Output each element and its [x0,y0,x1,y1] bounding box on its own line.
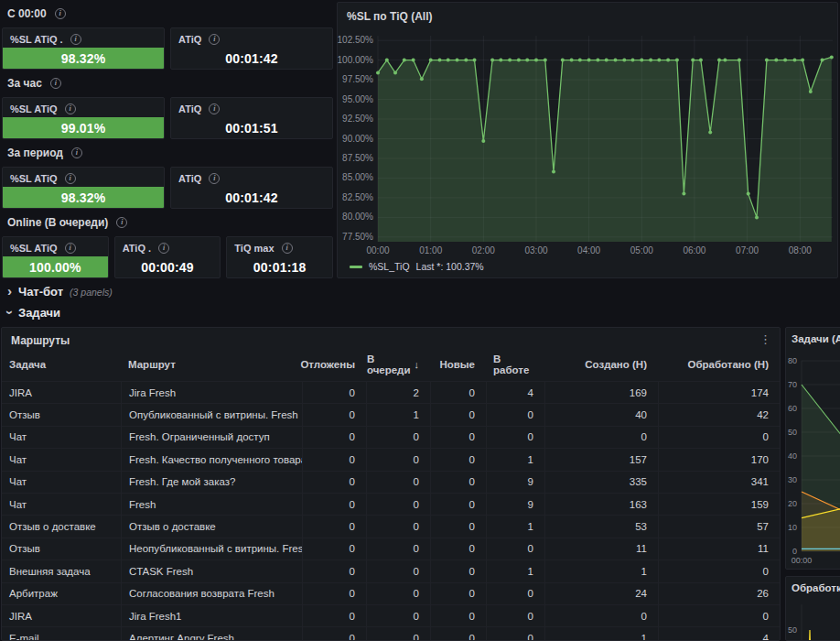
table-cell-value: 0 [486,582,544,604]
stat-panel-title: ATiQ . [123,243,151,254]
table-header-cell[interactable]: В очереди↓ [366,351,430,381]
table-cell-value: 0 [658,426,780,448]
table-header-cell[interactable]: Новые [430,351,486,381]
svg-text:87.50%: 87.50% [342,153,373,163]
table-cell-value: 9 [486,471,544,493]
table-cell-value: 0 [486,604,544,626]
svg-text:70: 70 [788,380,797,389]
info-icon[interactable]: i [70,34,81,45]
svg-text:01:00: 01:00 [419,245,442,255]
kebab-menu-icon[interactable]: ⋮ [759,332,771,346]
section-label-text: Online (В очереди) [7,216,108,229]
info-icon[interactable]: i [65,243,76,254]
table-cell-value: 0 [366,426,430,448]
table-cell-value: 163 [544,493,658,515]
table-header-cell[interactable]: Маршрут [121,351,302,381]
table-cell-value: 0 [302,426,366,448]
table-cell-text: E-mail [2,626,121,641]
table-cell-value: 0 [366,448,430,470]
svg-text:80.00%: 80.00% [342,212,373,222]
table-cell-value: 0 [544,604,658,626]
info-icon[interactable]: i [209,103,220,114]
table-cell-value: 0 [430,403,486,425]
table-cell-value: 0 [430,381,486,403]
table-cell-text: Согласования возврата Fresh [121,582,302,604]
table-cell-text: Чат [2,493,121,515]
table-cell-value: 174 [658,381,780,403]
table-cell-value: 0 [430,471,486,493]
stat-section: Online (В очереди)i%SL ATiQi100.00%ATiQ … [2,216,333,278]
table-cell-value: 0 [302,582,366,604]
stat-panel-title: %SL ATiQ [10,243,58,254]
stat-panel-header: %SL ATiQi [3,98,164,117]
svg-text:08:00: 08:00 [789,245,812,255]
info-icon[interactable]: i [71,147,82,158]
table-cell-value: 0 [366,560,430,581]
table-cell-value: 0 [366,493,430,515]
info-icon[interactable]: i [65,103,76,114]
info-icon[interactable]: i [209,34,220,45]
table-cell-value: 9 [486,493,544,515]
svg-text:04:00: 04:00 [577,245,600,255]
info-icon[interactable]: i [282,243,293,254]
info-icon[interactable]: i [209,173,220,184]
section-label: С 00:00i [7,7,333,20]
stat-panel-title: ATiQ [178,34,201,45]
table-header-cell[interactable]: Задача [2,351,121,381]
tasks-mini-chart-canvas[interactable]: 0102030405060708000:00 [786,328,840,569]
info-icon[interactable]: i [158,243,169,254]
table-header-cell[interactable]: Обработано (Н) [658,351,780,381]
stat-row: %SL ATiQi100.00%ATiQ .i00:00:49TiQ maxi0… [2,236,333,278]
row-tasks[interactable]: › Задачи [7,306,60,320]
table-header-cell[interactable]: Отложены [302,351,366,381]
info-icon[interactable]: i [116,217,127,228]
table-cell-text: Чат [2,426,121,448]
table-cell-value: 0 [366,515,430,537]
stat-section: За периодi%SL ATiQi98.32%ATiQi00:01:42 [2,147,333,209]
table-header-cell[interactable]: Создано (Н) [544,351,658,381]
table-cell-text: Отзыв о доставке [121,515,302,537]
chevron-right-icon: › [7,286,12,297]
table-cell-value: 0 [486,426,544,448]
stat-panel-value: 00:00:49 [115,256,221,277]
table-cell-value: 335 [544,471,658,493]
stat-panel-title: %SL ATiQ . [10,34,63,45]
svg-text:06:00: 06:00 [683,245,705,255]
svg-text:07:00: 07:00 [736,245,759,255]
svg-text:50: 50 [788,625,797,635]
svg-text:03:00: 03:00 [524,245,547,255]
info-icon[interactable]: i [65,173,76,184]
stat-panel-header: ATiQi [171,168,332,187]
svg-text:100.00%: 100.00% [338,55,373,65]
svg-text:77.50%: 77.50% [342,232,373,242]
table-cell-text: Отзыв о доставке [2,515,121,537]
table-cell-value: 1 [366,403,430,425]
stat-section: За часi%SL ATiQi99.01%ATiQi00:01:51 [2,77,333,139]
tasks-mini-chart-panel: 0102030405060708000:00 Задачи (All) [785,327,840,570]
info-icon[interactable]: i [50,78,61,89]
svg-text:30: 30 [788,475,797,484]
table-cell-value: 0 [486,626,544,641]
table-cell-text: Отзыв [2,403,121,425]
table-cell-text: Fresh. Качество полученного товара [121,448,302,470]
legend-last-value: Last *: 100.37% [416,261,484,272]
legend-series-label[interactable]: %SL_TiQ [369,261,410,272]
svg-text:95.00%: 95.00% [342,94,373,104]
table-cell-value: 0 [302,471,366,493]
stat-panel-header: %SL ATiQi [3,168,164,187]
svg-text:40: 40 [788,451,797,461]
stat-panel-title: %SL ATiQ [10,173,58,184]
table-cell-value: 0 [366,604,430,626]
row-chatbot-title: Чат-бот [18,285,63,299]
info-icon[interactable]: i [55,8,66,19]
stat-panel-value: 98.32% [3,187,164,208]
svg-text:60: 60 [788,404,797,413]
chart-title: %SL по TiQ (All) [338,3,837,23]
table-cell-value: 4 [486,381,544,403]
row-chatbot[interactable]: › Чат-бот (3 panels) [7,285,113,299]
table-cell-value: 0 [302,448,366,470]
sl-tiq-chart-canvas[interactable]: 77.50%80.00%82.50%85.00%87.50%90.00%92.5… [338,3,837,277]
table-header-cell[interactable]: В работе [486,351,544,381]
table-cell-text: Fresh. Где мой заказ? [121,471,302,493]
svg-text:00:00: 00:00 [366,245,389,255]
